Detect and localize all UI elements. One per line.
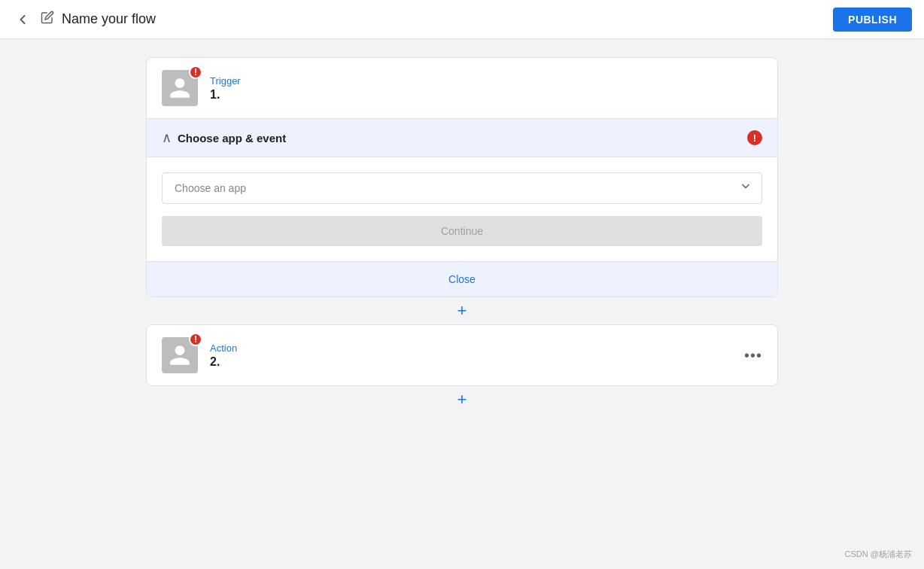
trigger-card: ! Trigger 1. ∧ Choose app & event ! bbox=[146, 57, 778, 297]
action-info: Action 2. bbox=[210, 342, 237, 369]
close-row[interactable]: Close bbox=[147, 261, 777, 297]
trigger-number: 1. bbox=[210, 88, 241, 102]
section-header[interactable]: ∧ Choose app & event ! bbox=[147, 119, 777, 157]
section-body: Choose an app Continue bbox=[147, 157, 777, 261]
watermark: CSDN @杨浦老苏 bbox=[845, 549, 912, 560]
publish-button[interactable]: PUBLISH bbox=[833, 8, 912, 32]
header: Name your flow PUBLISH bbox=[0, 0, 924, 39]
flow-title: Name your flow bbox=[62, 11, 156, 27]
main-content: ! Trigger 1. ∧ Choose app & event ! bbox=[0, 39, 924, 569]
add-step-connector[interactable]: + bbox=[146, 297, 778, 324]
plus-icon: + bbox=[457, 301, 467, 321]
action-card-row: ! Action 2. ••• bbox=[147, 325, 777, 385]
trigger-info: Trigger 1. bbox=[210, 75, 241, 102]
action-avatar: ! bbox=[162, 337, 198, 373]
section-title-row: ∧ Choose app & event bbox=[162, 129, 286, 146]
trigger-header-row: ! Trigger 1. bbox=[147, 58, 777, 118]
more-options-button[interactable]: ••• bbox=[744, 347, 762, 364]
action-label: Action bbox=[210, 342, 237, 354]
action-number: 2. bbox=[210, 355, 237, 369]
choose-app-event-section: ∧ Choose app & event ! Choose an app bbox=[147, 118, 777, 297]
plus-icon-bottom: + bbox=[457, 390, 467, 409]
action-card: ! Action 2. ••• bbox=[146, 324, 778, 386]
trigger-avatar: ! bbox=[162, 70, 198, 106]
add-step-connector-bottom[interactable]: + bbox=[146, 386, 778, 413]
app-select-wrapper: Choose an app bbox=[162, 172, 762, 204]
close-label: Close bbox=[448, 273, 476, 285]
action-person-icon bbox=[168, 343, 192, 367]
more-icon: ••• bbox=[744, 347, 762, 364]
section-title: Choose app & event bbox=[178, 132, 286, 145]
header-left: Name your flow bbox=[12, 9, 156, 30]
person-icon bbox=[168, 76, 192, 100]
back-button[interactable] bbox=[12, 9, 33, 30]
action-card-left: ! Action 2. bbox=[162, 337, 237, 373]
section-error-badge: ! bbox=[747, 130, 762, 145]
app-select[interactable]: Choose an app bbox=[162, 172, 762, 204]
pencil-icon bbox=[41, 11, 54, 28]
trigger-label: Trigger bbox=[210, 75, 241, 87]
continue-button[interactable]: Continue bbox=[162, 216, 762, 246]
flow-container: ! Trigger 1. ∧ Choose app & event ! bbox=[146, 57, 778, 413]
chevron-up-icon: ∧ bbox=[162, 129, 172, 146]
action-error-badge: ! bbox=[189, 333, 202, 346]
trigger-error-badge: ! bbox=[189, 65, 202, 79]
